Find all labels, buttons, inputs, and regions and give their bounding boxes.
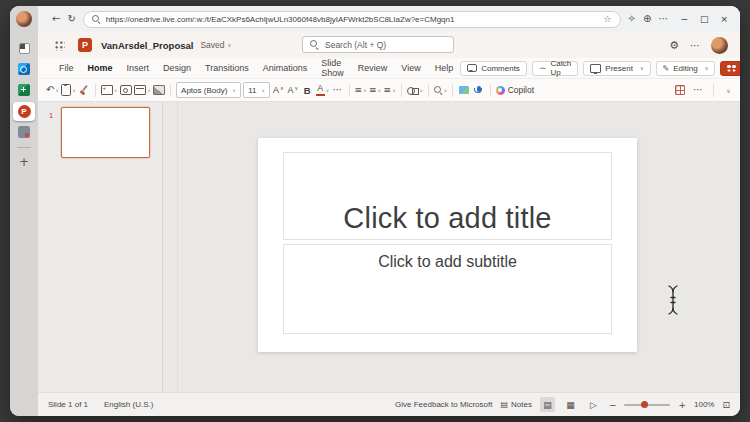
menu-tab-slideshow[interactable]: Slide Show — [314, 58, 351, 78]
zoom-level[interactable]: 100% — [694, 400, 714, 409]
comments-label: Comments — [481, 64, 520, 73]
menu-tab-help[interactable]: Help — [428, 63, 461, 73]
document-title[interactable]: VanArsdel_Proposal — [101, 40, 193, 51]
back-button[interactable]: ← — [52, 14, 60, 24]
dictate-button[interactable] — [473, 82, 485, 98]
pane-divider[interactable] — [177, 102, 178, 392]
comments-button[interactable]: Comments — [460, 61, 527, 76]
align-button[interactable]: ≡∨ — [384, 82, 396, 98]
microphone-icon — [477, 86, 481, 92]
ribbon-overflow-button[interactable]: ⋯ — [692, 82, 704, 98]
sidebar-item-powerpoint-active[interactable]: P — [13, 101, 35, 121]
sidebar-add-app-button[interactable]: + — [13, 152, 35, 172]
zoom-slider-handle[interactable] — [641, 401, 648, 408]
view-normal-button[interactable]: ▤ — [540, 397, 555, 412]
fit-to-window-button[interactable]: ⊡ — [722, 400, 730, 410]
slide-editor[interactable]: Click to add title Click to add subtitle — [258, 138, 637, 352]
app-header: P VanArsdel_Proposal Saved ∨ Search (Alt… — [38, 32, 740, 58]
status-bar: Slide 1 of 1 English (U.S.) Give Feedbac… — [38, 392, 740, 416]
collections-icon[interactable]: ✧ — [628, 14, 636, 24]
menu-right-actions: Comments ∼Catch Up Present∨ ✎Editing∨ Sh… — [460, 61, 740, 76]
undo-button[interactable]: ↶∨ — [46, 82, 59, 98]
font-name-select[interactable]: Aptos (Body)∨ — [176, 82, 241, 98]
subtitle-placeholder[interactable]: Click to add subtitle — [283, 244, 612, 334]
feedback-link[interactable]: Give Feedback to Microsoft — [395, 400, 492, 409]
font-size-select[interactable]: 11∨ — [243, 82, 270, 98]
view-slideshow-button[interactable]: ▷ — [586, 397, 601, 412]
save-status[interactable]: Saved — [200, 40, 224, 50]
present-button[interactable]: Present∨ — [583, 61, 650, 76]
search-input[interactable]: Search (Alt + Q) — [302, 36, 454, 53]
status-left: Slide 1 of 1 English (U.S.) — [48, 400, 153, 409]
shapes-button[interactable]: ∨ — [407, 82, 423, 98]
browser-essentials-icon[interactable]: ⊕ — [643, 14, 651, 24]
browser-window: P + ← ↻ https://onedrive.live.com/:w:/t/… — [10, 6, 740, 416]
share-button[interactable]: Share∨ — [720, 61, 740, 76]
sidebar-item-excel[interactable] — [13, 80, 35, 100]
view-slide-sorter-button[interactable]: ▦ — [563, 397, 578, 412]
account-avatar[interactable] — [711, 37, 728, 54]
minimize-button[interactable]: − — [680, 14, 688, 24]
numbering-icon: ≡ — [369, 85, 377, 95]
slide-count[interactable]: Slide 1 of 1 — [48, 400, 88, 409]
designer-button[interactable] — [458, 82, 470, 98]
font-color-button[interactable]: A∨ — [316, 82, 329, 98]
find-button[interactable]: ∨ — [434, 82, 447, 98]
menu-tab-design[interactable]: Design — [156, 63, 198, 73]
format-painter-button[interactable] — [78, 82, 90, 98]
menu-tab-home[interactable]: Home — [81, 63, 120, 73]
editing-label: Editing — [673, 64, 697, 73]
layout-button[interactable]: ∨ — [134, 82, 150, 98]
numbering-button[interactable]: ≡∨ — [369, 82, 381, 98]
profile-avatar[interactable] — [16, 11, 32, 27]
paste-button[interactable]: ∨ — [61, 82, 75, 98]
catch-up-button[interactable]: ∼Catch Up — [532, 61, 578, 76]
title-placeholder[interactable]: Click to add title — [283, 152, 612, 240]
new-slide-button[interactable]: ∨ — [101, 82, 117, 98]
menu-tab-animations[interactable]: Animations — [256, 63, 315, 73]
grow-font-button[interactable]: A∧ — [272, 82, 284, 98]
app-launcher-icon[interactable] — [54, 40, 65, 51]
reset-button[interactable] — [120, 82, 132, 98]
layout-icon — [134, 85, 146, 95]
designer-pane-button[interactable] — [674, 82, 686, 98]
toolbar-divider — [401, 84, 402, 97]
menu-tab-insert[interactable]: Insert — [120, 63, 157, 73]
slide-thumbnail-selected[interactable] — [61, 107, 150, 158]
sidebar-item-office-app[interactable] — [13, 122, 35, 142]
chevron-down-icon: ∨ — [640, 65, 644, 71]
menu-tab-view[interactable]: View — [394, 63, 427, 73]
zoom-in-button[interactable]: + — [678, 400, 686, 410]
notes-toggle[interactable]: ▤Notes — [500, 400, 531, 409]
editing-mode-button[interactable]: ✎Editing∨ — [656, 61, 716, 76]
menu-tab-review[interactable]: Review — [351, 63, 395, 73]
favorite-star-icon[interactable]: ☆ — [604, 15, 612, 24]
bold-button[interactable]: B — [301, 82, 313, 98]
close-button[interactable]: × — [720, 14, 728, 24]
zoom-out-button[interactable]: − — [609, 400, 617, 410]
menu-tab-file[interactable]: File — [52, 63, 81, 73]
sidebar-item-apps[interactable] — [13, 38, 35, 58]
shrink-font-icon: A — [287, 85, 293, 95]
shrink-font-button[interactable]: A∨ — [287, 82, 299, 98]
bullets-button[interactable]: ≡∨ — [355, 82, 367, 98]
copilot-button[interactable]: Copilot — [496, 82, 534, 98]
gear-icon[interactable]: ⚙ — [669, 39, 679, 52]
menu-tab-transitions[interactable]: Transitions — [198, 63, 256, 73]
language-selector[interactable]: English (U.S.) — [104, 400, 153, 409]
chevron-down-icon: ∨ — [228, 42, 232, 48]
copilot-label: Copilot — [508, 85, 534, 95]
collapse-ribbon-button[interactable]: ∨ — [722, 82, 734, 98]
picture-icon — [153, 85, 165, 95]
refresh-button[interactable]: ↻ — [67, 14, 75, 24]
more-font-options-button[interactable]: ⋯ — [332, 82, 344, 98]
picture-button[interactable] — [153, 82, 165, 98]
sidebar-item-outlook[interactable] — [13, 59, 35, 79]
header-more-icon[interactable]: ⋯ — [690, 40, 700, 51]
maximize-button[interactable]: □ — [700, 14, 709, 24]
search-icon — [310, 40, 319, 49]
address-bar[interactable]: https://onedrive.live.com/:w:/t/EaCXkPs6… — [83, 11, 621, 28]
powerpoint-logo-icon[interactable]: P — [78, 38, 92, 52]
zoom-slider[interactable] — [624, 404, 670, 406]
browser-more-icon[interactable]: ⋯ — [658, 14, 668, 24]
